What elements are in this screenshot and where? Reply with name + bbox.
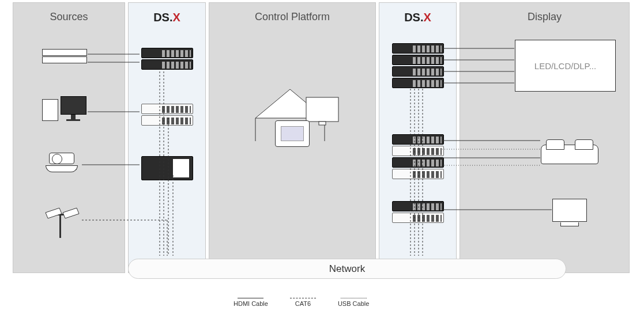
control-desk-illustration — [250, 78, 342, 147]
encoder-stack-1 — [141, 48, 193, 71]
decoder-stack-3 — [392, 201, 444, 224]
column-display: Display LED/LCD/DLP... — [460, 2, 630, 273]
diagram-canvas: Sources DS.X — [13, 2, 630, 279]
rack-server-icon — [42, 49, 87, 64]
encoder-2 — [141, 104, 193, 127]
touch-panel-icon — [275, 120, 310, 147]
legend-cat6: CAT6 — [290, 298, 316, 307]
svg-rect-29 — [319, 122, 326, 125]
pc-icon — [42, 96, 89, 123]
legend-usb-label: USB Cable — [338, 300, 369, 307]
dsx-right-header: DS.X — [379, 3, 456, 24]
hdmi-line-icon — [238, 298, 263, 298]
dsx-left-header: DS.X — [129, 3, 205, 24]
legend-hdmi-label: HDMI Cable — [234, 300, 268, 307]
decoder-stack-1 — [392, 43, 444, 89]
encoder-3 — [141, 156, 193, 180]
legend-cat6-label: CAT6 — [295, 300, 311, 307]
cat6-line-icon — [290, 298, 316, 298]
svg-rect-28 — [306, 97, 338, 122]
operator-console-icon — [541, 145, 598, 164]
column-dsx-encoders: DS.X — [128, 2, 206, 273]
decoder-stack-2 — [392, 134, 444, 180]
network-bar: Network — [128, 259, 566, 279]
single-monitor-icon — [552, 199, 587, 222]
svg-marker-23 — [46, 208, 62, 218]
column-control-platform: Control Platform — [209, 2, 376, 273]
cctv-camera-icon — [42, 205, 81, 239]
videowall-label: LED/LCD/DLP... — [534, 61, 596, 71]
legend-hdmi: HDMI Cable — [234, 298, 268, 307]
legend-usb: USB Cable — [338, 298, 369, 307]
videowall: LED/LCD/DLP... — [515, 40, 616, 92]
display-header: Display — [460, 3, 629, 23]
ptz-camera-icon — [42, 153, 81, 173]
sources-header: Sources — [13, 3, 125, 23]
network-label: Network — [329, 263, 365, 275]
column-sources: Sources — [13, 2, 125, 273]
svg-marker-24 — [63, 208, 79, 218]
usb-line-icon — [341, 298, 367, 298]
column-dsx-decoders: DS.X — [379, 2, 457, 273]
control-platform-header: Control Platform — [209, 3, 375, 23]
legend: HDMI Cable CAT6 USB Cable — [234, 294, 441, 311]
